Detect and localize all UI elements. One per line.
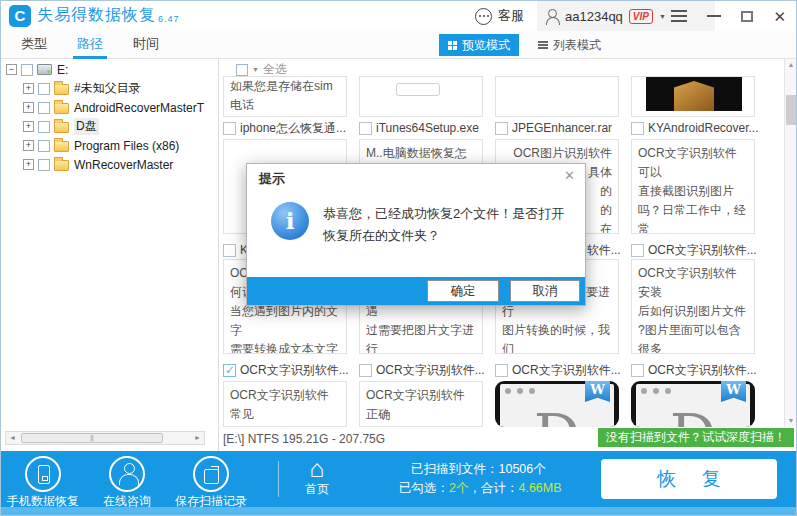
home-label: 首页 <box>289 481 345 498</box>
phone-recovery-button[interactable]: 手机数据恢复 <box>1 456 85 510</box>
expand-icon[interactable] <box>23 159 34 170</box>
preview-widget <box>396 83 440 96</box>
checkbox[interactable] <box>495 122 508 135</box>
scroll-up-icon[interactable]: ▲ <box>785 59 797 71</box>
grid-vertical-scrollbar[interactable]: ▲ ▼ <box>784 59 797 427</box>
info-icon: i <box>271 202 309 240</box>
preview-mode-button[interactable]: 预览模式 <box>439 34 519 56</box>
scrollbar-thumb[interactable] <box>786 95 796 125</box>
menu-icon[interactable] <box>671 10 687 22</box>
tree-item-drive-e[interactable]: E: <box>1 61 218 78</box>
online-chat-button[interactable]: 在线咨询 <box>85 456 169 510</box>
export-icon <box>193 456 229 492</box>
vip-badge: VIP <box>629 9 653 24</box>
close-button[interactable]: ✕ <box>773 9 786 24</box>
expand-icon[interactable] <box>23 83 34 94</box>
file-tile[interactable] <box>359 76 483 117</box>
tree-item-label: D盘 <box>74 118 99 135</box>
list-mode-button[interactable]: 列表模式 <box>529 34 610 56</box>
checkbox[interactable] <box>223 244 236 257</box>
tab-time[interactable]: 时间 <box>133 31 159 59</box>
file-item[interactable]: JPEGEnhancer.rar <box>495 120 625 136</box>
file-name: iphone怎么恢复通... <box>240 120 346 137</box>
save-scan-record-button[interactable]: 保存扫描记录 <box>169 456 253 510</box>
file-item[interactable]: OCR文字识别软件... <box>359 362 489 378</box>
tree-checkbox[interactable] <box>38 140 50 152</box>
checkbox[interactable] <box>359 122 372 135</box>
volume-info: [E:\] NTFS 195.21G - 207.75G <box>223 432 385 446</box>
phone-icon <box>38 465 50 484</box>
tree-checkbox[interactable] <box>38 121 50 133</box>
file-tile[interactable]: OCR文字识别软件安装 后如何识别图片文件 ?图片里面可以包含很多 信息，包括很… <box>631 259 755 354</box>
file-item[interactable]: iTunes64Setup.exe <box>359 120 489 136</box>
tree-item-label: Program Files (x86) <box>74 139 179 153</box>
prompt-dialog: 提示 ✕ i 恭喜您，已经成功恢复2个文件！是否打开恢复所在的文件夹？ 确定 取… <box>246 163 586 306</box>
file-item[interactable]: OCR文字识别软件... <box>631 242 761 258</box>
file-item[interactable]: KYAndroidRecover... <box>631 120 761 136</box>
file-name: OCR文字识别软件... <box>240 362 349 379</box>
tree-item-label: #未知父目录 <box>74 80 141 97</box>
scroll-left-icon[interactable]: ◄ <box>6 432 19 444</box>
tree-item-wnrecovermaster[interactable]: WnRecoverMaster <box>1 156 218 173</box>
folder-icon <box>54 141 69 152</box>
tree-checkbox[interactable] <box>38 102 50 114</box>
file-item[interactable]: iphone怎么恢复通... <box>223 120 353 136</box>
file-tile[interactable]: OCR文字识别软件可以 直接截图识别图片 吗？日常工作中，经常 会遇到需要采集的… <box>631 139 755 234</box>
checkbox[interactable] <box>236 64 248 76</box>
folder-tree: E: #未知父目录 AndroidRecoverMasterT D盘 Progr… <box>1 59 219 451</box>
checkbox[interactable] <box>359 364 372 377</box>
tree-item-d-disk[interactable]: D盘 <box>1 118 218 135</box>
tree-checkbox[interactable] <box>21 64 33 76</box>
expand-icon[interactable] <box>23 140 34 151</box>
expand-icon[interactable] <box>23 121 34 132</box>
tree-checkbox[interactable] <box>38 159 50 171</box>
tree-checkbox[interactable] <box>38 83 50 95</box>
dialog-close-icon[interactable]: ✕ <box>564 168 575 183</box>
tree-item-program-files[interactable]: Program Files (x86) <box>1 137 218 154</box>
chat-bubble-icon <box>475 8 492 25</box>
file-name: JPEGEnhancer.rar <box>512 121 612 135</box>
collapse-icon[interactable] <box>6 64 17 75</box>
checkbox[interactable] <box>631 244 644 257</box>
doc-letter: D <box>534 401 581 427</box>
tab-path[interactable]: 路径 <box>77 31 103 59</box>
file-tile[interactable] <box>631 76 755 117</box>
file-tile[interactable]: OCR文字识别软件正确 使用教程工作生活中， … <box>359 381 483 427</box>
home-icon: ⌂ <box>289 455 345 481</box>
support-label: 客服 <box>498 7 524 25</box>
scroll-right-icon[interactable]: ► <box>191 432 204 444</box>
ok-button[interactable]: 确定 <box>427 280 499 302</box>
tree-item-label: WnRecoverMaster <box>74 158 173 172</box>
scrollbar-thumb[interactable] <box>21 433 163 443</box>
word-doc-preview[interactable]: W D <box>631 381 755 427</box>
support-button[interactable]: 客服 <box>475 1 524 31</box>
account-name: aa1234qq <box>565 9 623 24</box>
minimize-button[interactable] <box>707 15 721 17</box>
tab-type[interactable]: 类型 <box>21 31 47 59</box>
tree-horizontal-scrollbar[interactable]: ◄ ► <box>5 431 205 445</box>
file-item[interactable]: OCR文字识别软件... <box>631 362 761 378</box>
home-button[interactable]: ⌂ 首页 <box>289 455 345 498</box>
file-tile[interactable]: OCR文字识别软件常见 问题解析。1、问： … <box>223 381 347 427</box>
tabbar: 类型 路径 时间 预览模式 列表模式 ✕ <box>1 31 796 59</box>
file-item[interactable]: OCR文字识别软件... <box>223 362 353 378</box>
maximize-button[interactable] <box>741 11 753 22</box>
scroll-down-icon[interactable]: ▼ <box>785 415 797 427</box>
circle <box>25 456 61 492</box>
checkbox[interactable] <box>631 364 644 377</box>
deep-scan-button[interactable]: 没有扫描到文件？试试深度扫描！ <box>598 428 794 447</box>
file-tile[interactable] <box>495 76 619 117</box>
expand-icon[interactable] <box>23 102 34 113</box>
word-doc-preview[interactable]: W D <box>495 381 619 427</box>
file-tile[interactable]: 如果您是存储在sim电话 卡上被删除，无法 … <box>223 76 347 117</box>
file-item[interactable]: OCR文字识别软件... <box>495 362 625 378</box>
recover-button[interactable]: 恢 复 <box>601 459 777 499</box>
checkbox[interactable] <box>631 122 644 135</box>
cancel-button[interactable]: 取消 <box>510 280 580 302</box>
dots-icon <box>505 388 511 394</box>
checkbox[interactable] <box>223 122 236 135</box>
checkbox[interactable] <box>495 364 508 377</box>
checkbox[interactable] <box>223 364 236 377</box>
tree-item-unknown-parent[interactable]: #未知父目录 <box>1 80 218 97</box>
tree-item-androidrecovermaster[interactable]: AndroidRecoverMasterT <box>1 99 218 116</box>
